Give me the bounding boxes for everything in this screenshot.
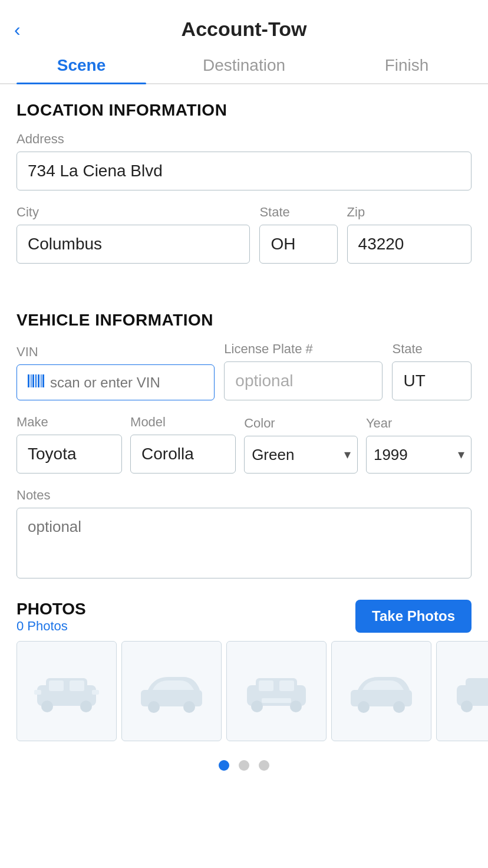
photos-title: PHOTOS: [17, 600, 86, 619]
vin-row: VIN License Plate #: [17, 341, 471, 400]
svg-rect-0: [28, 374, 29, 387]
photos-count: 0 Photos: [17, 619, 86, 634]
svg-point-22: [251, 701, 263, 712]
car-side2-icon: [346, 668, 417, 715]
svg-point-17: [183, 701, 195, 713]
notes-field-group: Notes: [17, 488, 471, 581]
city-input[interactable]: [17, 225, 250, 264]
pagination-dot-2[interactable]: [239, 760, 249, 771]
location-section-title: LOCATION INFORMATION: [17, 101, 471, 120]
color-field-group: Color Green Red Blue White Black Silver …: [244, 416, 358, 474]
zip-input[interactable]: [347, 225, 471, 264]
photo-slot-1[interactable]: [17, 641, 117, 741]
city-field-group: City: [17, 205, 250, 264]
address-label: Address: [17, 131, 471, 147]
zip-label: Zip: [347, 205, 471, 220]
svg-point-12: [80, 701, 92, 712]
make-label: Make: [17, 415, 122, 430]
barcode-icon: [28, 373, 44, 392]
svg-rect-2: [32, 374, 34, 387]
svg-rect-6: [42, 374, 44, 387]
model-field-group: Model: [130, 415, 236, 474]
address-input[interactable]: [17, 152, 471, 190]
svg-rect-4: [38, 374, 39, 387]
svg-rect-5: [41, 374, 42, 387]
make-field-group: Make: [17, 415, 122, 474]
page-title: Account-Tow: [182, 18, 307, 41]
svg-rect-3: [35, 374, 37, 387]
svg-point-16: [148, 701, 160, 713]
svg-rect-24: [262, 698, 291, 703]
year-select[interactable]: 1999 2000 2001 2002 2003: [366, 436, 471, 474]
color-label: Color: [244, 416, 358, 431]
photos-title-group: PHOTOS 0 Photos: [17, 600, 86, 634]
header: ‹ Account-Tow: [0, 0, 488, 41]
notes-label: Notes: [17, 488, 471, 503]
svg-rect-1: [31, 374, 32, 387]
photo-slot-2[interactable]: [121, 641, 222, 741]
pagination-dot-3[interactable]: [259, 760, 269, 771]
tab-scene[interactable]: Scene: [0, 50, 163, 83]
svg-rect-21: [279, 680, 294, 691]
svg-rect-13: [34, 690, 41, 695]
photo-slot-5[interactable]: [436, 641, 488, 741]
vin-label: VIN: [17, 344, 215, 360]
svg-point-26: [358, 701, 370, 713]
color-select[interactable]: Green Red Blue White Black Silver Gray O…: [244, 436, 358, 474]
vin-input[interactable]: [50, 374, 203, 391]
svg-point-30: [461, 701, 473, 712]
svg-point-11: [41, 701, 53, 712]
svg-rect-20: [259, 680, 273, 691]
car-front-icon: [31, 668, 102, 715]
vehicle-section-title: VEHICLE INFORMATION: [17, 311, 471, 330]
tabs-bar: Scene Destination Finish: [0, 41, 488, 84]
zip-field-group: Zip: [347, 205, 471, 264]
vehicle-state-input[interactable]: [392, 361, 471, 400]
photos-section-header: PHOTOS 0 Photos Take Photos: [0, 600, 488, 634]
license-plate-input[interactable]: [224, 361, 383, 400]
svg-rect-14: [92, 690, 99, 695]
car-side-icon: [136, 668, 207, 715]
make-model-row: Make Model Color Green Red Blue White Bl…: [17, 415, 471, 474]
car-back-icon: [241, 668, 312, 715]
vehicle-section: VEHICLE INFORMATION VIN: [0, 311, 488, 581]
vehicle-state-label: State: [392, 341, 471, 357]
vin-field-group: VIN: [17, 344, 215, 400]
make-input[interactable]: [17, 435, 122, 474]
license-plate-field-group: License Plate #: [224, 341, 383, 400]
color-select-wrap[interactable]: Green Red Blue White Black Silver Gray O…: [244, 436, 358, 474]
vin-input-wrap[interactable]: [17, 364, 215, 400]
svg-point-23: [290, 701, 302, 712]
location-section: LOCATION INFORMATION Address City State …: [0, 101, 488, 278]
license-plate-label: License Plate #: [224, 341, 383, 357]
photo-grid: [0, 641, 488, 741]
photo-slot-4[interactable]: [331, 641, 431, 741]
state-label: State: [259, 205, 337, 220]
pagination-dot-1[interactable]: [219, 760, 229, 771]
svg-rect-29: [466, 678, 488, 695]
address-field-group: Address: [17, 131, 471, 190]
svg-point-27: [393, 701, 405, 713]
photo-slot-3[interactable]: [226, 641, 327, 741]
state-input[interactable]: [259, 225, 337, 264]
take-photos-button[interactable]: Take Photos: [355, 600, 471, 633]
notes-textarea[interactable]: [17, 508, 471, 578]
model-input[interactable]: [130, 435, 236, 474]
svg-rect-10: [70, 680, 84, 691]
car-partial-icon: [451, 668, 488, 715]
year-select-wrap[interactable]: 1999 2000 2001 2002 2003: [366, 436, 471, 474]
pagination: [0, 741, 488, 794]
year-label: Year: [366, 416, 471, 431]
city-state-zip-row: City State Zip: [17, 205, 471, 278]
model-label: Model: [130, 415, 236, 430]
year-field-group: Year 1999 2000 2001 2002 2003: [366, 416, 471, 474]
city-label: City: [17, 205, 250, 220]
vehicle-state-field-group: State: [392, 341, 471, 400]
svg-rect-9: [49, 680, 64, 691]
state-field-group: State: [259, 205, 337, 264]
tab-destination[interactable]: Destination: [163, 50, 325, 83]
back-button[interactable]: ‹: [14, 20, 21, 39]
tab-finish[interactable]: Finish: [325, 50, 488, 83]
